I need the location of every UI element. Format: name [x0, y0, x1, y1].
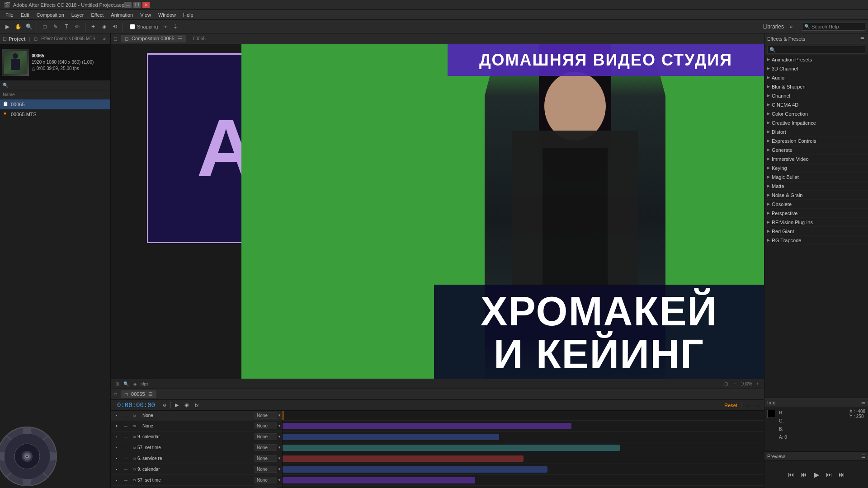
tool-rect[interactable]: □ — [40, 22, 49, 31]
layer-mode-cal2[interactable]: None ▼ — [254, 466, 282, 473]
effect-cat-cinema4d[interactable]: ▶ CINEMA 4D — [764, 100, 868, 109]
menu-composition[interactable]: Composition — [33, 11, 68, 19]
project-item-comp[interactable]: 📋 00065 — [0, 99, 110, 109]
effect-controls-tab[interactable]: Effect Controls 00065.MTS — [41, 36, 95, 41]
effect-cat-audio[interactable]: ▶ Audio — [764, 73, 868, 82]
menu-window[interactable]: Window — [155, 11, 179, 19]
vc-channels[interactable]: ◈ — [132, 380, 139, 388]
effect-cat-revision[interactable]: ▶ RE:Vision Plug-ins — [764, 218, 868, 227]
menu-file[interactable]: File — [2, 11, 17, 19]
effect-cat-3dchannel[interactable]: ▶ 3D Channel — [764, 64, 868, 73]
layer-eye-1[interactable]: ● — [113, 424, 121, 428]
tool-text[interactable]: T — [62, 22, 71, 31]
layer-fx-1[interactable]: fx — [131, 422, 139, 430]
tool-pen[interactable]: ✎ — [51, 22, 60, 31]
effect-cat-blur[interactable]: ▶ Blur & Sharpen — [764, 82, 868, 91]
effect-cat-magicbullet[interactable]: ▶ Magic Bullet — [764, 173, 868, 182]
effect-cat-keying[interactable]: ▶ Keying — [764, 164, 868, 173]
layer-star-r1[interactable]: • — [113, 435, 121, 439]
effect-cat-matte[interactable]: ▶ Matte — [764, 182, 868, 191]
layer-star-r2[interactable]: • — [113, 446, 121, 450]
layer-mode-settime[interactable]: None ▼ — [254, 444, 282, 451]
layer-shy-r3[interactable]: — — [122, 456, 130, 461]
menu-view[interactable]: View — [137, 11, 155, 19]
layer-shy-r5[interactable]: — — [122, 478, 130, 483]
minimize-button[interactable]: — — [124, 2, 132, 8]
layer-star-r5[interactable]: • — [113, 478, 121, 483]
effect-cat-rgtrapcode[interactable]: ▶ RG Trapcode — [764, 236, 868, 245]
vc-magnify[interactable]: 🔍 — [123, 380, 130, 388]
layer-shy-1[interactable]: — — [122, 424, 130, 428]
menu-edit[interactable]: Edit — [17, 11, 33, 19]
preview-step-back[interactable]: ⏮ — [799, 470, 808, 479]
tool-roto[interactable]: ◈ — [99, 22, 108, 31]
effects-panel-expand[interactable]: ☰ — [859, 36, 865, 42]
menu-effect[interactable]: Effect — [87, 11, 107, 19]
effect-cat-perspective[interactable]: ▶ Perspective — [764, 209, 868, 218]
tl-timecode[interactable]: 0:00:00:00 — [117, 402, 155, 409]
layer-mode-service[interactable]: None ▼ — [254, 455, 282, 462]
vc-grid[interactable]: ⊞ — [113, 380, 121, 388]
effect-cat-animation[interactable]: ▶ Animation Presets — [764, 55, 868, 64]
left-panel-expand[interactable]: » — [101, 36, 108, 42]
vc-fps[interactable]: 8fps — [141, 380, 148, 388]
effect-cat-noise[interactable]: ▶ Noise & Grain — [764, 191, 868, 200]
menu-help[interactable]: Help — [179, 11, 197, 19]
tool-brush[interactable]: ✏ — [73, 22, 82, 31]
tool-puppet[interactable]: ✦ — [89, 22, 98, 31]
tl-tab-comp[interactable]: ◻ 00065 ☰ — [121, 390, 156, 398]
vc-zoom-out[interactable]: − — [731, 380, 739, 388]
timeline-toolbar: 0:00:00:00 ⚙ ▶ ◉ fx Reset — — — [111, 400, 764, 411]
layer-shy-r1[interactable]: — — [122, 435, 130, 439]
close-button[interactable]: ✕ — [142, 2, 150, 8]
project-item-footage[interactable]: ▼ 00065.MTS — [0, 109, 110, 119]
comp-tab[interactable]: ◻ Composition 00065 ☰ — [121, 35, 186, 42]
tl-toggle-hold[interactable]: ▶ — [173, 401, 181, 409]
preview-jump-start[interactable]: ⏮ — [787, 470, 796, 479]
snap-options[interactable]: ⇢ — [160, 22, 169, 31]
effect-cat-distort[interactable]: ▶ Distort — [764, 127, 868, 136]
tl-motion-blur[interactable]: ◉ — [183, 401, 191, 409]
tool-zoom[interactable]: 🔍 — [24, 22, 33, 31]
layer-star-r4[interactable]: • — [113, 467, 121, 472]
tl-shy[interactable]: — — [753, 401, 761, 409]
layer-solo-0[interactable]: — — [122, 413, 130, 418]
preview-step-fwd[interactable]: ⏭ — [825, 470, 834, 479]
layer-mode-0[interactable]: None ▼ — [254, 412, 282, 419]
tool-hand[interactable]: ✋ — [14, 22, 23, 31]
effect-cat-creative[interactable]: ▶ Creative Impatience — [764, 118, 868, 127]
effect-cat-expression[interactable]: ▶ Expression Controls — [764, 136, 868, 145]
menu-layer[interactable]: Layer — [68, 11, 88, 19]
libraries-expand[interactable]: » — [787, 22, 796, 31]
effect-cat-immersive[interactable]: ▶ Immersive Video — [764, 155, 868, 164]
preview-play[interactable]: ▶ — [812, 470, 821, 479]
vc-fit[interactable]: ⊡ — [722, 380, 730, 388]
effect-cat-generate[interactable]: ▶ Generate — [764, 145, 868, 155]
reset-button[interactable]: Reset — [722, 402, 739, 409]
effect-cat-obsolete[interactable]: ▶ Obsolete — [764, 200, 868, 209]
layer-shy-r2[interactable]: — — [122, 446, 130, 450]
layer-mode-cal[interactable]: None ▼ — [254, 433, 282, 440]
tl-effects[interactable]: fx — [193, 401, 201, 409]
tl-solo[interactable]: — — [743, 401, 751, 409]
layer-shy-r4[interactable]: — — [122, 467, 130, 472]
effect-cat-channel[interactable]: ▶ Channel — [764, 91, 868, 100]
effects-search-input[interactable] — [767, 46, 865, 54]
layer-fx-0[interactable]: fx — [131, 412, 139, 420]
menu-animation[interactable]: Animation — [107, 11, 137, 19]
tool-camera[interactable]: ⟲ — [110, 22, 119, 31]
tl-comp-settings[interactable]: ⚙ — [160, 401, 169, 409]
tool-select[interactable]: ▶ — [3, 22, 12, 31]
layer-shy-0[interactable]: • — [113, 413, 121, 418]
preview-jump-end[interactable]: ⏭ — [837, 470, 846, 479]
vc-zoom-in[interactable]: + — [754, 380, 761, 388]
effect-cat-color[interactable]: ▶ Color Correction — [764, 109, 868, 118]
effect-cat-redgiant[interactable]: ▶ Red Giant — [764, 227, 868, 236]
layer-mode-1[interactable]: None ▼ — [254, 422, 282, 429]
restore-button[interactable]: ❐ — [133, 2, 141, 8]
project-search-input[interactable] — [10, 83, 108, 88]
snapping-checkbox[interactable] — [130, 24, 135, 29]
layer-star-r3[interactable]: • — [113, 456, 121, 461]
layer-mode-settime2[interactable]: None ▼ — [254, 477, 282, 483]
snap-options-2[interactable]: ⇣ — [171, 22, 180, 31]
